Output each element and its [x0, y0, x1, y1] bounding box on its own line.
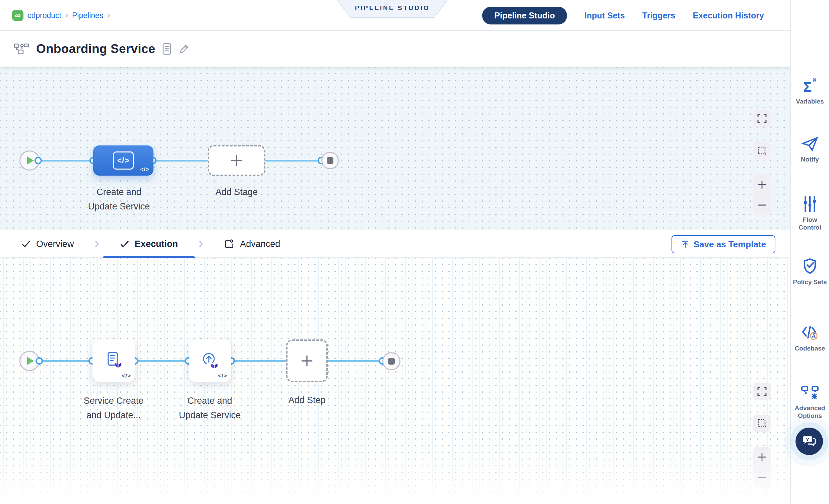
policy-shield-check-icon	[801, 257, 818, 275]
play-icon	[27, 156, 34, 165]
canvas-bottom-fade	[0, 447, 790, 504]
pipeline-toolbar: Onboarding Service VISUAL YAML	[0, 32, 790, 66]
multi-select-button[interactable]	[753, 142, 771, 159]
connector-port[interactable]	[36, 357, 43, 365]
tab-advanced[interactable]: Advanced	[224, 230, 280, 258]
pipeline-end-node[interactable]	[321, 152, 339, 169]
tab-pipeline-studio[interactable]: Pipeline Studio	[482, 7, 567, 25]
edge	[328, 360, 382, 362]
upload-icon	[681, 240, 690, 249]
tab-input-sets[interactable]: Input Sets	[584, 11, 625, 21]
breadcrumb: ∞ cdproduct › Pipelines ›	[12, 0, 110, 31]
right-sidebar: Σ× Variables Notify Flow Control	[790, 0, 829, 504]
top-header: ∞ cdproduct › Pipelines › PIPELINE STUDI…	[0, 0, 790, 31]
edge	[135, 360, 188, 362]
page-title: Onboarding Service	[36, 42, 155, 56]
fullscreen-button[interactable]	[753, 110, 771, 127]
step-node-create-and-update-service[interactable]: </>	[189, 339, 231, 382]
sidebar-item-advanced-options[interactable]: Advanced Options	[791, 385, 829, 420]
code-badge: </>	[122, 373, 131, 379]
marquee-select-icon	[757, 146, 767, 156]
chat-question-icon: ?	[802, 435, 817, 448]
edge	[34, 160, 93, 161]
tab-execution[interactable]: Execution	[120, 230, 178, 258]
fullscreen-button[interactable]	[753, 383, 771, 400]
add-stage-button[interactable]	[208, 145, 265, 176]
breadcrumb-separator: ›	[65, 11, 68, 20]
custom-stage-icon: </>	[113, 151, 134, 170]
check-icon	[120, 240, 129, 248]
plus-icon	[757, 180, 767, 189]
sidebar-item-codebase[interactable]: Codebase	[791, 324, 829, 352]
service-step-icon	[103, 350, 124, 372]
stage-node-create-and-update-service[interactable]: </> </>	[93, 145, 153, 176]
pipeline-graph-icon	[13, 43, 30, 55]
step2-label: Create and Update Service	[159, 394, 260, 423]
code-badge: </>	[218, 373, 227, 379]
sidebar-item-policy-sets[interactable]: Policy Sets	[791, 257, 829, 286]
minus-icon	[757, 473, 767, 482]
help-chat-button[interactable]: ?	[795, 428, 823, 455]
multi-select-button[interactable]	[753, 415, 771, 432]
zoom-controls	[753, 447, 771, 488]
sidebar-item-variables[interactable]: Σ× Variables	[791, 73, 829, 105]
plus-icon	[300, 354, 314, 368]
connector-port[interactable]	[35, 157, 42, 164]
stage-canvas[interactable]: </> </> Create and Update Service Add St…	[0, 67, 790, 230]
sidebar-item-notify[interactable]: Notify	[791, 136, 829, 163]
advanced-options-icon	[801, 385, 819, 401]
save-as-template-button[interactable]: Save as Template	[672, 235, 776, 253]
add-step-label: Add Step	[274, 393, 340, 407]
edge	[231, 360, 286, 362]
stage-config-tabbar: Overview › Execution ›	[0, 230, 790, 258]
notify-paper-plane-icon	[801, 136, 818, 152]
add-stage-label: Add Stage	[207, 185, 267, 200]
pipeline-studio-banner: PIPELINE STUDIO	[337, 0, 448, 18]
zoom-out-button[interactable]	[753, 467, 771, 488]
edge	[153, 160, 208, 161]
advanced-settings-icon	[224, 239, 235, 249]
zoom-in-button[interactable]	[753, 447, 771, 467]
step-node-service-create-and-update[interactable]: </>	[93, 339, 135, 382]
minus-icon	[757, 201, 767, 210]
breadcrumb-pipelines-link[interactable]: Pipelines	[72, 11, 103, 20]
plus-icon	[757, 453, 767, 462]
tab-overview[interactable]: Overview	[22, 230, 74, 258]
sidebar-item-flow-control[interactable]: Flow Control	[791, 196, 829, 231]
svg-text:?: ?	[806, 437, 809, 442]
breadcrumb-separator: ›	[107, 11, 110, 20]
play-icon	[27, 357, 34, 365]
zoom-in-button[interactable]	[753, 174, 771, 195]
stage-label: Create and Update Service	[72, 185, 166, 214]
header-tabs: Pipeline Studio Input Sets Triggers Exec…	[482, 0, 764, 31]
main-area: ∞ cdproduct › Pipelines › PIPELINE STUDI…	[0, 0, 790, 504]
fullscreen-icon	[757, 386, 767, 396]
execution-end-node[interactable]	[382, 352, 400, 370]
update-service-step-icon	[200, 350, 221, 372]
tab-execution-history[interactable]: Execution History	[693, 11, 764, 21]
pipeline-studio-app: ∞ cdproduct › Pipelines › PIPELINE STUDI…	[0, 0, 829, 504]
execution-step-canvas[interactable]: </> </>	[0, 258, 790, 504]
check-icon	[22, 240, 31, 248]
fullscreen-icon	[757, 114, 767, 124]
tab-triggers[interactable]: Triggers	[642, 11, 676, 21]
marquee-select-icon	[757, 418, 767, 428]
chevron-right-icon: ›	[199, 236, 203, 253]
harness-logo-icon[interactable]: ∞	[12, 10, 24, 21]
add-step-button[interactable]	[286, 339, 328, 382]
plus-icon	[229, 153, 244, 168]
flow-control-sliders-icon	[802, 196, 818, 212]
edit-pencil-icon[interactable]	[179, 43, 190, 55]
zoom-controls	[753, 174, 771, 215]
step1-label: Service Create and Update...	[63, 394, 164, 423]
variables-icon: Σ×	[803, 73, 817, 94]
readme-doc-icon[interactable]	[162, 43, 172, 55]
banner-label: PIPELINE STUDIO	[355, 4, 430, 13]
stop-icon	[327, 157, 333, 164]
code-badge: </>	[140, 166, 149, 173]
codebase-icon	[801, 324, 819, 341]
zoom-out-button[interactable]	[753, 195, 771, 215]
stop-icon	[388, 358, 395, 365]
chevron-right-icon: ›	[95, 236, 99, 253]
breadcrumb-project-link[interactable]: cdproduct	[28, 11, 61, 20]
